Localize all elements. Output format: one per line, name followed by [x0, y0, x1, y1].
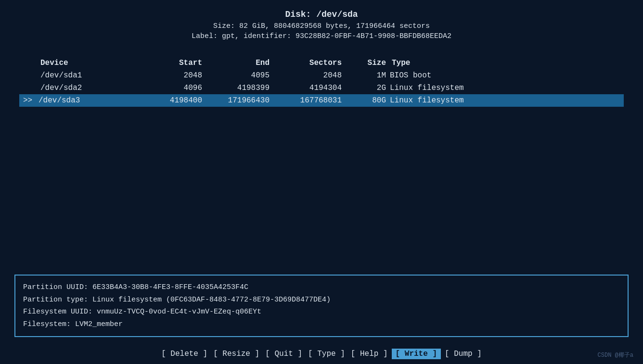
- table-row[interactable]: /dev/sda12048409520481MBIOS boot: [19, 69, 624, 82]
- btn-dump[interactable]: [ Dump ]: [443, 349, 484, 359]
- row-end: 4198399: [212, 84, 279, 92]
- row-start: 4096: [154, 84, 212, 92]
- btn-type[interactable]: [ Type ]: [306, 349, 347, 359]
- selected-arrow: >>: [19, 96, 39, 105]
- row-size: 80G: [351, 96, 390, 105]
- row-end: 171966430: [212, 96, 279, 105]
- detail-partition-uuid: Partition UUID: 6E33B4A3-30B8-4FE3-8FFE-…: [23, 281, 620, 294]
- watermark: CSDN @椰子a: [598, 351, 633, 359]
- row-size: 1M: [351, 71, 390, 80]
- row-size: 2G: [351, 84, 390, 92]
- col-header-sectors: Sectors: [279, 59, 351, 67]
- filesystem-uuid-label: Filesystem UUID:: [23, 308, 97, 316]
- col-header-start: Start: [154, 59, 212, 67]
- row-type: Linux filesystem: [390, 84, 624, 92]
- col-header-type: Type: [390, 59, 624, 67]
- disk-title: Disk: /dev/sda: [0, 10, 643, 19]
- row-type: Linux filesystem: [390, 96, 624, 105]
- btn-help[interactable]: [ Help ]: [349, 349, 390, 359]
- col-header-end: End: [212, 59, 279, 67]
- button-bar: [ Delete ] [ Resize ] [ Quit ] [ Type ] …: [0, 342, 643, 364]
- partition-table: Device Start End Sectors Size Type /dev/…: [0, 47, 643, 112]
- table-row[interactable]: /dev/sda24096419839941943042GLinux files…: [19, 82, 624, 94]
- detail-filesystem-uuid: Filesystem UUID: vnmuUz-TVCQ-0vod-EC4t-v…: [23, 306, 620, 318]
- row-sectors: 167768031: [279, 96, 351, 105]
- row-device: /dev/sda3: [39, 96, 154, 105]
- detail-partition-type: Partition type: Linux filesystem (0FC63D…: [23, 294, 620, 306]
- table-body: /dev/sda12048409520481MBIOS boot/dev/sda…: [19, 69, 624, 107]
- detail-box: Partition UUID: 6E33B4A3-30B8-4FE3-8FFE-…: [14, 275, 629, 337]
- detail-filesystem: Filesystem: LVM2_member: [23, 318, 620, 331]
- row-device: /dev/sda1: [19, 71, 154, 80]
- row-end: 4095: [212, 71, 279, 80]
- table-header-row: Device Start End Sectors Size Type: [19, 57, 624, 69]
- filesystem-value: LVM2_member: [75, 320, 123, 328]
- disk-label: Label: gpt, identifier: 93C28B82-0FBF-4B…: [0, 32, 643, 40]
- row-start: 4198400: [154, 96, 212, 105]
- disk-size: Size: 82 GiB, 88046829568 bytes, 1719664…: [0, 22, 643, 30]
- filesystem-uuid-value: vnmuUz-TVCQ-0vod-EC4t-vJmV-EZeq-q06EYt: [97, 308, 261, 316]
- btn-resize[interactable]: [ Resize ]: [211, 349, 261, 359]
- col-header-size: Size: [351, 59, 390, 67]
- btn-quit[interactable]: [ Quit ]: [263, 349, 304, 359]
- row-device: /dev/sda2: [19, 84, 154, 92]
- row-sectors: 4194304: [279, 84, 351, 92]
- row-sectors: 2048: [279, 71, 351, 80]
- row-start: 2048: [154, 71, 212, 80]
- col-header-device: Device: [19, 59, 154, 67]
- table-row[interactable]: >>/dev/sda3419840017196643016776803180GL…: [19, 94, 624, 107]
- filesystem-label: Filesystem:: [23, 320, 75, 328]
- disk-header: Disk: /dev/sda Size: 82 GiB, 88046829568…: [0, 0, 643, 47]
- partition-type-label: Partition type:: [23, 296, 92, 304]
- btn-delete[interactable]: [ Delete ]: [159, 349, 209, 359]
- row-type: BIOS boot: [390, 71, 624, 80]
- partition-uuid-value: 6E33B4A3-30B8-4FE3-8FFE-4035A4253F4C: [92, 283, 248, 291]
- partition-uuid-label: Partition UUID:: [23, 283, 92, 291]
- btn-write[interactable]: [ Write ]: [392, 349, 441, 359]
- partition-type-value: Linux filesystem (0FC63DAF-8483-4772-8E7…: [92, 296, 331, 304]
